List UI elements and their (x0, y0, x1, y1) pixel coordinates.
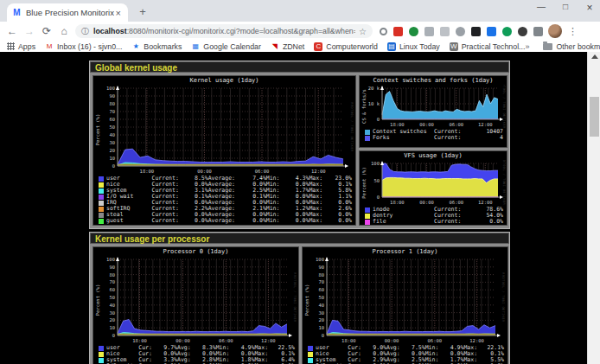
svg-text:12:00: 12:00 (311, 169, 326, 174)
svg-text:40: 40 (109, 132, 115, 137)
svg-text:20: 20 (109, 317, 115, 322)
apps-grid-icon (7, 42, 15, 50)
copy-pages-extension-icon[interactable] (424, 27, 434, 36)
user-swatch-icon (308, 346, 313, 351)
guest-swatch-icon (99, 219, 104, 224)
svg-text:30: 30 (318, 310, 324, 316)
home-icon[interactable]: ⌂ (55, 25, 73, 37)
address-bar[interactable]: ⓘ localhost:8080/monitorix-cgi/monitorix… (75, 24, 373, 38)
svg-text:CS & forks/s: CS & forks/s (361, 89, 367, 124)
new-tab-button[interactable]: + (135, 4, 150, 20)
window-maximize-button[interactable]: □ (560, 2, 571, 14)
reload-icon[interactable]: ⟳ (38, 25, 55, 37)
svg-text:RRDTOOL / TOBI OETIKER: RRDTOOL / TOBI OETIKER (350, 102, 354, 152)
legend-row: fileCurrent:0.0% (365, 219, 503, 225)
svg-text:Percent (%): Percent (%) (95, 284, 100, 316)
svg-text:20: 20 (318, 317, 324, 322)
bookmark-item[interactable]: ▦Google Calendar (191, 42, 261, 51)
legend-stat-value: 0.0% (185, 218, 207, 224)
bookmark-item[interactable]: WPractical Technol... (450, 42, 526, 51)
scrollbar-thumb[interactable] (590, 97, 599, 137)
gray-window-extension-icon[interactable] (440, 27, 450, 36)
bookmark-favicon-icon: ★ (131, 42, 140, 51)
svg-text:60: 60 (109, 117, 115, 122)
bookmarks-overflow-icon[interactable]: » (525, 42, 529, 51)
svg-text:70: 70 (109, 109, 115, 114)
tab-close-icon[interactable]: × (114, 8, 123, 18)
green-globe-extension-icon[interactable] (409, 27, 418, 36)
apps-shortcut[interactable]: Apps (7, 42, 35, 51)
bookmark-item[interactable]: ◥ZDNet (271, 42, 304, 51)
system-swatch-icon (99, 188, 104, 194)
bookmark-item[interactable]: ★Bookmarks (131, 42, 182, 51)
section-title: Global kernel usage (90, 61, 509, 73)
svg-text:00:00: 00:00 (176, 338, 190, 343)
red-mail-extension-icon[interactable] (393, 27, 403, 36)
forward-icon[interactable]: → (21, 25, 38, 37)
vfs-graph-plot: 18:0000:0006:0012:00050100Percent (%)RRD… (360, 160, 507, 206)
browser-tab[interactable]: M Blue Precision Monitorix × (7, 3, 128, 22)
bookmark-favicon-icon: ▦ (191, 42, 200, 51)
svg-text:00:00: 00:00 (419, 200, 434, 205)
legend-stat-value: 0.0% (472, 219, 503, 225)
other-bookmarks-label: Other bookmarks (556, 42, 600, 51)
svg-text:18:00: 18:00 (140, 169, 155, 174)
svg-text:90: 90 (109, 93, 115, 99)
legend-row: guestCurrent:0.0%Average:0.0%Min:0.0%Max… (99, 218, 352, 224)
bookmark-item[interactable]: MInbox (16) - sjvn0... (45, 42, 122, 51)
magnifier-extension-icon[interactable] (380, 28, 387, 35)
eye-extension-icon[interactable] (456, 27, 465, 36)
profile-avatar[interactable] (548, 24, 562, 38)
back-icon[interactable]: ← (3, 25, 21, 37)
vfs-usage-chart[interactable]: VFS usage (1day)18:0000:0006:0012:000501… (359, 150, 507, 226)
svg-text:50: 50 (373, 178, 380, 183)
scrollbar-up-icon[interactable] (591, 54, 598, 59)
inode-swatch-icon (365, 208, 370, 213)
p1-legend: userCur:9.0%Avg:7.5%Min:4.9%Max:22.1%nic… (303, 344, 507, 364)
bookmark-item[interactable]: ▤Linux Today (387, 42, 440, 51)
user-swatch-icon (99, 346, 104, 351)
page-info-icon[interactable]: ⓘ (81, 26, 89, 37)
url-host: localhost (93, 27, 127, 35)
tab-list-extension-icon[interactable] (533, 27, 543, 36)
url-text[interactable]: localhost:8080/monitorix-cgi/monitorix.c… (93, 27, 355, 35)
folder-icon (543, 43, 552, 50)
svg-text:100: 100 (371, 161, 380, 166)
other-bookmarks-button[interactable]: Other bookmarks (543, 42, 600, 51)
bookmark-item[interactable]: CComputerworld (314, 42, 378, 51)
kernel-usage-chart[interactable]: Kernel usage (1day)18:0000:0006:0012:000… (93, 75, 356, 226)
monitorix-page: Global kernel usage Kernel usage (1day)1… (0, 52, 600, 364)
legend-stat-value: 0.0% (244, 218, 266, 224)
browser-menu-icon[interactable]: ⋮ (568, 26, 578, 37)
kernel-legend: userCurrent:8.5%Average:7.4%Min:4.3%Max:… (93, 175, 355, 224)
svg-text:90: 90 (318, 265, 324, 270)
bookmark-star-icon[interactable]: ☆ (359, 27, 367, 36)
legend-stat-label: Current: (434, 219, 472, 225)
svg-text:Percent (%): Percent (%) (95, 114, 100, 145)
window-minimize-button[interactable]: — (536, 2, 546, 14)
svg-text:0: 0 (377, 195, 380, 200)
page-scrollbar[interactable] (587, 52, 600, 364)
nice-swatch-icon (308, 352, 313, 357)
svg-text:10: 10 (318, 325, 324, 330)
window-close-button[interactable]: × (584, 2, 595, 14)
svg-text:30: 30 (109, 140, 115, 145)
context-switches-chart[interactable]: Context switches and forks (1day)18:0000… (359, 75, 507, 148)
svg-text:50: 50 (109, 295, 115, 300)
processor-0-chart[interactable]: Processor 0 (1day)18:0000:0006:0012:0001… (93, 246, 299, 364)
Forks-swatch-icon (365, 136, 370, 141)
monitorix-favicon-icon: M (12, 8, 22, 17)
legend-stat-label: Current: (434, 135, 472, 141)
black-square-extension-icon[interactable] (471, 27, 481, 36)
svg-text:18:00: 18:00 (341, 338, 356, 343)
dark-pin-extension-icon[interactable] (518, 27, 527, 36)
blue-square-extension-icon[interactable] (487, 27, 496, 36)
processor-1-chart[interactable]: Processor 1 (1day)18:0000:0006:0012:0001… (302, 246, 508, 364)
legend-stat-label: Min: (266, 218, 286, 224)
svg-text:Percent (%): Percent (%) (361, 167, 367, 198)
svg-text:06:00: 06:00 (255, 169, 270, 174)
green-circle-extension-icon[interactable] (502, 27, 512, 36)
legend-stat-value: 10407 (472, 129, 503, 135)
svg-text:Percent (%): Percent (%) (304, 284, 310, 316)
tab-strip: M Blue Precision Monitorix × + — □ × (0, 0, 600, 22)
